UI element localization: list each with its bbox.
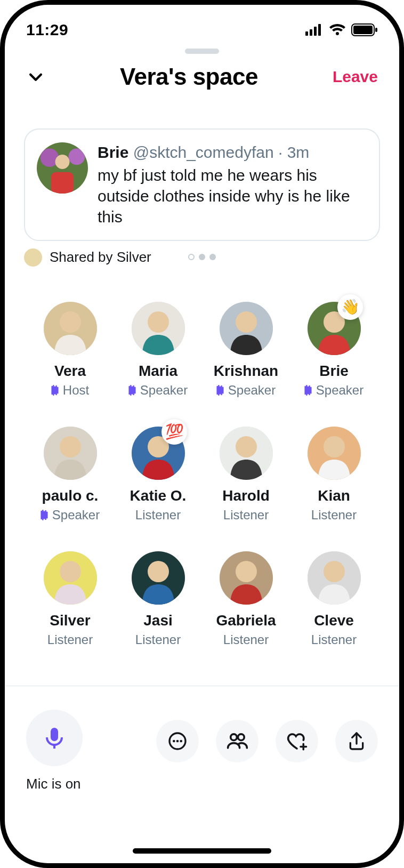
- svg-point-37: [173, 740, 175, 743]
- home-indicator[interactable]: [133, 848, 271, 854]
- participant-maria[interactable]: MariaSpeaker: [114, 302, 202, 398]
- participant-paulo-c-[interactable]: paulo c.Speaker: [26, 427, 114, 523]
- bottom-bar: Mic is on: [5, 686, 399, 803]
- participant-role-row: Listener: [311, 632, 357, 647]
- speaking-waveform-icon: [216, 384, 224, 397]
- svg-rect-3: [318, 24, 321, 36]
- header: Vera's space Leave: [5, 63, 399, 90]
- participant-name: Gabriela: [216, 612, 276, 629]
- svg-point-33: [236, 561, 257, 582]
- collapse-button[interactable]: [26, 67, 45, 86]
- svg-rect-11: [51, 172, 74, 194]
- mic-status-label: Mic is on: [26, 776, 81, 792]
- svg-point-29: [60, 561, 81, 582]
- speaking-waveform-icon: [41, 509, 48, 521]
- participant-name: paulo c.: [42, 487, 99, 504]
- participant-role-row: Listener: [223, 632, 269, 647]
- tweet-body: Brie @sktch_comedyfan · 3m my bf just to…: [98, 142, 365, 227]
- participant-role-row: Listener: [47, 632, 93, 647]
- avatar: [132, 551, 185, 605]
- participant-role-row: Listener: [135, 508, 181, 523]
- participant-jasi[interactable]: JasiListener: [114, 551, 202, 647]
- participant-silver[interactable]: SilverListener: [26, 551, 114, 647]
- avatar: [44, 427, 97, 480]
- participant-role: Listener: [311, 632, 357, 647]
- page-dots[interactable]: [5, 254, 399, 260]
- speaking-waveform-icon: [128, 384, 136, 397]
- participant-role-row: Speaker: [128, 383, 188, 398]
- tweet-text: my bf just told me he wears his outside …: [98, 165, 365, 227]
- participant-role: Speaker: [228, 383, 276, 398]
- avatar: [132, 302, 185, 355]
- speaking-waveform-icon: [304, 384, 312, 397]
- avatar: [44, 302, 97, 355]
- drag-handle[interactable]: [185, 49, 219, 54]
- participant-harold[interactable]: HaroldListener: [202, 427, 290, 523]
- participant-kian[interactable]: KianListener: [290, 427, 378, 523]
- participant-krishnan[interactable]: KrishnanSpeaker: [202, 302, 290, 398]
- participant-role: Host: [63, 383, 89, 398]
- participant-name: Silver: [50, 612, 90, 629]
- svg-point-35: [324, 561, 345, 582]
- participant-role-row: Speaker: [41, 508, 100, 523]
- reactions-button[interactable]: [156, 720, 199, 762]
- svg-rect-1: [310, 29, 312, 36]
- dot-0[interactable]: [188, 254, 195, 260]
- participant-role-row: Listener: [311, 508, 357, 523]
- participant-name: Kian: [318, 487, 350, 504]
- tweet-author-name: Brie: [98, 143, 128, 161]
- svg-rect-2: [314, 27, 317, 36]
- tweet-author-avatar: [37, 142, 88, 194]
- tweet-author-handle: @sktch_comedyfan: [133, 143, 274, 161]
- participant-name: Krishnan: [214, 363, 278, 380]
- participant-name: Brie: [319, 363, 348, 380]
- speaking-waveform-icon: [51, 384, 59, 397]
- participant-name: Harold: [222, 487, 270, 504]
- participant-role-row: Listener: [135, 632, 181, 647]
- avatar: [44, 551, 97, 605]
- leave-button[interactable]: Leave: [333, 68, 378, 86]
- participant-role: Speaker: [52, 508, 100, 523]
- participants-grid: VeraHostMariaSpeakerKrishnanSpeaker👋Brie…: [5, 260, 399, 647]
- people-button[interactable]: [216, 720, 258, 762]
- svg-point-40: [231, 734, 237, 741]
- svg-point-17: [236, 311, 257, 333]
- participant-role: Speaker: [140, 383, 188, 398]
- participant-role: Speaker: [316, 383, 363, 398]
- participant-role: Listener: [47, 632, 93, 647]
- avatar: [220, 551, 273, 605]
- mic-toggle-button[interactable]: [26, 710, 83, 766]
- dot-2[interactable]: [209, 254, 216, 260]
- participant-gabriela[interactable]: GabrielaListener: [202, 551, 290, 647]
- participant-role: Listener: [223, 632, 269, 647]
- participant-name: Katie O.: [130, 487, 187, 504]
- participant-katie-o-[interactable]: 💯Katie O.Listener: [114, 427, 202, 523]
- chevron-down-icon: [27, 68, 45, 86]
- svg-rect-5: [353, 26, 373, 34]
- microphone-icon: [42, 725, 67, 751]
- svg-point-27: [324, 436, 345, 457]
- tweet-time: 3m: [287, 143, 310, 161]
- svg-point-13: [60, 311, 81, 333]
- wave-emoji-badge: 👋: [337, 294, 363, 320]
- participant-vera[interactable]: VeraHost: [26, 302, 114, 398]
- cellular-icon: [305, 24, 324, 36]
- pinned-tweet-card[interactable]: Brie @sktch_comedyfan · 3m my bf just to…: [24, 128, 380, 241]
- page-title: Vera's space: [120, 63, 258, 90]
- like-button[interactable]: [276, 720, 318, 762]
- participant-cleve[interactable]: CleveListener: [290, 551, 378, 647]
- tweet-header: Brie @sktch_comedyfan · 3m: [98, 142, 365, 163]
- svg-rect-6: [375, 28, 377, 32]
- participant-brie[interactable]: 👋BrieSpeaker: [290, 302, 378, 398]
- heart-plus-icon: [286, 730, 308, 752]
- svg-point-38: [176, 740, 179, 743]
- dot-1[interactable]: [199, 254, 205, 260]
- tweet-separator: ·: [274, 143, 287, 161]
- avatar: [308, 427, 361, 480]
- participant-name: Jasi: [143, 612, 173, 629]
- participant-role: Listener: [135, 508, 181, 523]
- hundred-emoji-badge: 💯: [161, 419, 187, 445]
- status-time: 11:29: [26, 21, 68, 39]
- share-button[interactable]: [335, 720, 378, 762]
- status-bar: 11:29: [5, 5, 399, 43]
